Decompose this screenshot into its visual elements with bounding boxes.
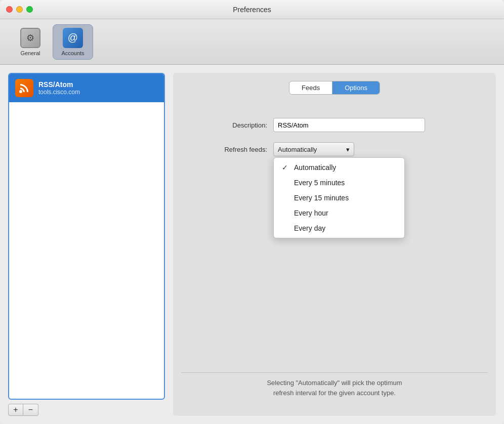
refresh-label: Refresh feeds: xyxy=(201,146,267,153)
separator xyxy=(181,372,488,373)
add-account-button[interactable]: + xyxy=(8,404,23,416)
account-list: RSS/Atom tools.cisco.com xyxy=(8,73,165,400)
right-panel: Feeds Options Description: Refresh feeds… xyxy=(173,73,496,416)
svg-point-0 xyxy=(19,90,22,93)
form-area: Description: Refresh feeds: Automaticall… xyxy=(181,103,488,156)
window-title: Preferences xyxy=(233,6,271,14)
refresh-dropdown-menu: ✓ Automatically Every 5 minutes Every 15… xyxy=(273,157,405,238)
close-button[interactable] xyxy=(6,6,13,13)
dropdown-item-hour[interactable]: Every hour xyxy=(274,205,404,221)
account-item-rss[interactable]: RSS/Atom tools.cisco.com xyxy=(9,74,164,102)
remove-account-button[interactable]: − xyxy=(23,404,38,416)
description-row: Description: xyxy=(201,118,468,132)
dropdown-label-hour: Every hour xyxy=(294,209,328,217)
accounts-icon: @ xyxy=(63,28,83,48)
tab-options[interactable]: Options xyxy=(332,81,380,94)
general-label: General xyxy=(20,50,40,56)
dropdown-arrow-icon: ▾ xyxy=(346,146,350,153)
minimize-button[interactable] xyxy=(16,6,23,13)
toolbar-item-accounts[interactable]: @ Accounts xyxy=(53,24,93,60)
dropdown-label-auto: Automatically xyxy=(294,163,336,172)
description-input[interactable] xyxy=(273,118,425,132)
general-icon: ⚙ xyxy=(20,28,40,48)
dropdown-item-5min[interactable]: Every 5 minutes xyxy=(274,175,404,190)
dropdown-item-day[interactable]: Every day xyxy=(274,221,404,236)
toolbar: ⚙ General @ Accounts xyxy=(0,19,504,65)
refresh-select-button[interactable]: Automatically ▾ xyxy=(273,142,354,156)
segmented-control: Feeds Options xyxy=(289,81,380,95)
traffic-lights xyxy=(6,6,33,13)
dropdown-label-5min: Every 5 minutes xyxy=(294,179,345,187)
tab-feeds[interactable]: Feeds xyxy=(289,81,332,94)
dropdown-item-auto[interactable]: ✓ Automatically xyxy=(274,160,404,175)
dropdown-label-15min: Every 15 minutes xyxy=(294,194,349,202)
list-controls: + − xyxy=(8,404,165,416)
description-label: Description: xyxy=(201,121,267,129)
dropdown-item-15min[interactable]: Every 15 minutes xyxy=(274,190,404,205)
account-name: RSS/Atom xyxy=(38,80,80,89)
rss-icon xyxy=(15,79,33,97)
titlebar: Preferences xyxy=(0,0,504,19)
refresh-control-wrapper: Automatically ▾ ✓ Automatically Every xyxy=(273,142,354,156)
dropdown-label-day: Every day xyxy=(294,224,325,232)
checkmark-auto: ✓ xyxy=(282,163,290,172)
toolbar-item-general[interactable]: ⚙ General xyxy=(10,24,51,60)
accounts-label: Accounts xyxy=(61,50,84,56)
refresh-row: Refresh feeds: Automatically ▾ ✓ Automat… xyxy=(201,142,468,156)
account-item-text: RSS/Atom tools.cisco.com xyxy=(38,80,80,96)
account-list-panel: RSS/Atom tools.cisco.com + − xyxy=(8,73,165,416)
info-text: Selecting "Automatically" will pick the … xyxy=(181,378,488,398)
refresh-selected-label: Automatically xyxy=(278,146,317,153)
window: Preferences ⚙ General @ Accounts xyxy=(0,0,504,424)
account-url: tools.cisco.com xyxy=(38,89,80,96)
info-area: Selecting "Automatically" will pick the … xyxy=(181,372,488,408)
main-content: RSS/Atom tools.cisco.com + − Feeds Optio… xyxy=(0,65,504,424)
maximize-button[interactable] xyxy=(26,6,33,13)
